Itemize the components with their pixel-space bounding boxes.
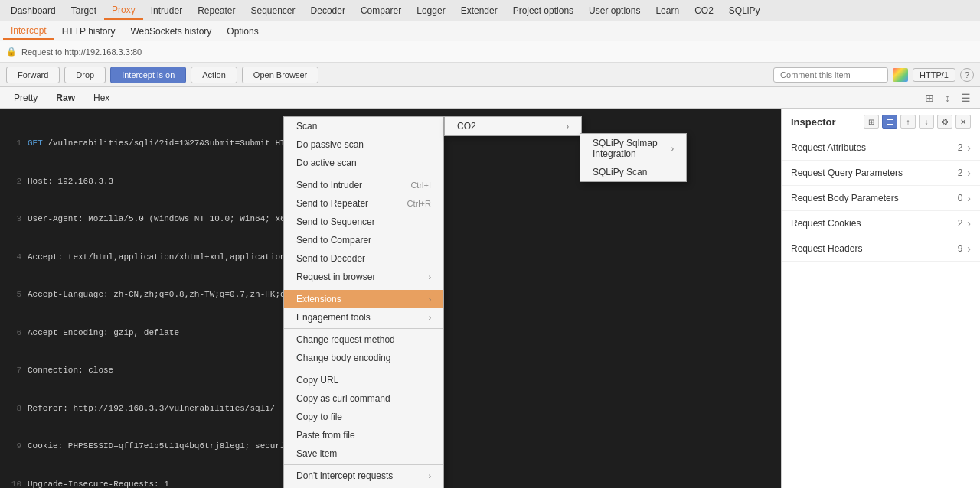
ctx-arrow-engagement: ›: [429, 314, 431, 322]
ctx-separator-3: [284, 328, 443, 329]
ctx-separator-2: [284, 288, 443, 288]
ctx-send-comparer[interactable]: Send to Comparer: [284, 231, 443, 249]
forward-button[interactable]: Forward: [6, 67, 60, 83]
open-browser-button[interactable]: Open Browser: [242, 67, 318, 83]
ctx-send-intruder[interactable]: Send to Intruder Ctrl+I: [284, 176, 443, 194]
color-icon: [893, 68, 908, 82]
ctx-copy-curl[interactable]: Copy as curl command: [284, 389, 443, 408]
nav-proxy[interactable]: Proxy: [104, 2, 143, 20]
tab-row-right: ⊞ ↕ ☰: [922, 90, 974, 106]
inspector-sort[interactable]: ↑: [900, 115, 916, 129]
ctx-extensions[interactable]: Extensions ›: [284, 290, 443, 308]
ctx-send-sequencer[interactable]: Send to Sequencer: [284, 213, 443, 231]
ctx-change-method[interactable]: Change request method: [284, 330, 443, 349]
inspector-arrow-headers: ›: [967, 242, 971, 255]
tab-options[interactable]: Options: [219, 24, 266, 39]
intercept-on-button[interactable]: Intercept is on: [110, 67, 186, 83]
url-text: Request to http://192.168.3.3:80: [21, 47, 142, 57]
context-menu: Scan Do passive scan Do active scan Send…: [283, 116, 444, 488]
tab-raw[interactable]: Raw: [48, 89, 83, 106]
ctx-copy-to-file[interactable]: Copy to file: [284, 408, 443, 426]
grid-icon[interactable]: ⊞: [922, 90, 937, 106]
ctx-do-intercept[interactable]: Do intercept ›: [284, 485, 443, 488]
ctx-scan[interactable]: Scan: [284, 117, 443, 135]
submenu-co2: CO2 ›: [444, 116, 582, 136]
drop-button[interactable]: Drop: [64, 67, 106, 83]
inspector-arrow-body: ›: [967, 192, 971, 204]
submenu-co2-arrow: ›: [567, 122, 569, 131]
ctx-send-repeater[interactable]: Send to Repeater Ctrl+R: [284, 194, 443, 213]
submenu-sqlipy: SQLiPy Sqlmap Integration › SQLiPy Scan: [580, 133, 687, 182]
ctx-change-encoding[interactable]: Change body encoding: [284, 349, 443, 367]
inspector-row-cookies[interactable]: Request Cookies 2 ›: [782, 211, 980, 236]
menu-icon[interactable]: ☰: [958, 90, 974, 106]
nav-co2[interactable]: CO2: [687, 2, 721, 19]
inspector-label-query: Request Query Parameters: [791, 168, 958, 178]
ctx-active-scan[interactable]: Do active scan: [284, 154, 443, 172]
nav-sqlipy[interactable]: SQLiPy: [721, 2, 768, 19]
inspector-row-headers[interactable]: Request Headers 9 ›: [782, 236, 980, 262]
inspector-arrow-cookies: ›: [967, 217, 971, 229]
action-button[interactable]: Action: [191, 67, 237, 83]
comment-input[interactable]: [773, 67, 888, 83]
ctx-save-item[interactable]: Save item: [284, 444, 443, 463]
nav-intruder[interactable]: Intruder: [143, 2, 190, 19]
inspector-panel: Inspector ⊞ ☰ ↑ ↓ ⚙ ✕ Request Attributes…: [781, 109, 980, 488]
nav-logger[interactable]: Logger: [409, 2, 452, 19]
ctx-request-in-browser[interactable]: Request in browser ›: [284, 268, 443, 286]
inspector-count-attributes: 2: [958, 142, 963, 153]
second-nav: Intercept HTTP history WebSockets histor…: [0, 21, 980, 41]
inspector-title: Inspector: [791, 116, 859, 128]
inspector-label-attributes: Request Attributes: [791, 142, 958, 153]
nav-user-options[interactable]: User options: [581, 2, 648, 19]
submenu-co2-item[interactable]: CO2 ›: [445, 117, 581, 135]
inspector-view-1[interactable]: ⊞: [864, 115, 879, 129]
tab-pretty[interactable]: Pretty: [6, 89, 45, 106]
nav-decoder[interactable]: Decoder: [303, 2, 353, 19]
toolbar-right: HTTP/1 ?: [773, 67, 974, 83]
ctx-paste-from-file[interactable]: Paste from file: [284, 426, 443, 444]
submenu-sqlipy-scan[interactable]: SQLiPy Scan: [580, 163, 686, 181]
nav-project-options[interactable]: Project options: [505, 2, 581, 19]
inspector-close[interactable]: ✕: [956, 115, 971, 129]
inspector-row-body-params[interactable]: Request Body Parameters 0 ›: [782, 186, 980, 211]
inspector-sort-desc[interactable]: ↓: [919, 115, 934, 129]
ctx-passive-scan[interactable]: Do passive scan: [284, 135, 443, 154]
tab-http-history[interactable]: HTTP history: [54, 24, 123, 39]
nav-dashboard[interactable]: Dashboard: [3, 2, 64, 19]
nav-extender[interactable]: Extender: [453, 2, 505, 19]
tab-intercept[interactable]: Intercept: [3, 23, 54, 40]
inspector-row-attributes[interactable]: Request Attributes 2 ›: [782, 135, 980, 161]
submenu-sqlipy-integration[interactable]: SQLiPy Sqlmap Integration ›: [580, 134, 686, 163]
inspector-row-query-params[interactable]: Request Query Parameters 2 ›: [782, 161, 980, 186]
sort-icon[interactable]: ↕: [942, 90, 953, 106]
tab-hex[interactable]: Hex: [86, 89, 117, 106]
inspector-arrow-attributes: ›: [967, 142, 971, 154]
ctx-shortcut-repeater: Ctrl+R: [407, 199, 431, 208]
tab-websockets-history[interactable]: WebSockets history: [123, 24, 220, 39]
nav-learn[interactable]: Learn: [648, 2, 687, 19]
inspector-count-query: 2: [958, 168, 963, 178]
tab-row: Pretty Raw Hex ⊞ ↕ ☰: [0, 87, 980, 109]
ctx-dont-intercept[interactable]: Don't intercept requests ›: [284, 467, 443, 485]
inspector-icons: ⊞ ☰ ↑ ↓ ⚙ ✕: [864, 115, 971, 129]
ctx-separator-4: [284, 369, 443, 369]
help-icon[interactable]: ?: [960, 68, 974, 82]
inspector-view-2[interactable]: ☰: [882, 115, 897, 129]
ctx-copy-url[interactable]: Copy URL: [284, 371, 443, 389]
nav-repeater[interactable]: Repeater: [190, 2, 243, 19]
inspector-label-body: Request Body Parameters: [791, 193, 958, 203]
ctx-send-decoder[interactable]: Send to Decoder: [284, 249, 443, 268]
ctx-engagement-tools[interactable]: Engagement tools ›: [284, 308, 443, 327]
url-bar: 🔒 Request to http://192.168.3.3:80: [0, 41, 980, 63]
inspector-header: Inspector ⊞ ☰ ↑ ↓ ⚙ ✕: [782, 109, 980, 135]
inspector-settings[interactable]: ⚙: [937, 115, 952, 129]
inspector-count-cookies: 2: [958, 218, 963, 229]
top-nav: Dashboard Target Proxy Intruder Repeater…: [0, 0, 980, 21]
nav-target[interactable]: Target: [64, 2, 104, 19]
inspector-label-headers: Request Headers: [791, 243, 958, 254]
inspector-count-body: 0: [958, 193, 963, 203]
toolbar: Forward Drop Intercept is on Action Open…: [0, 63, 980, 87]
nav-sequencer[interactable]: Sequencer: [243, 2, 303, 19]
nav-comparer[interactable]: Comparer: [353, 2, 409, 19]
